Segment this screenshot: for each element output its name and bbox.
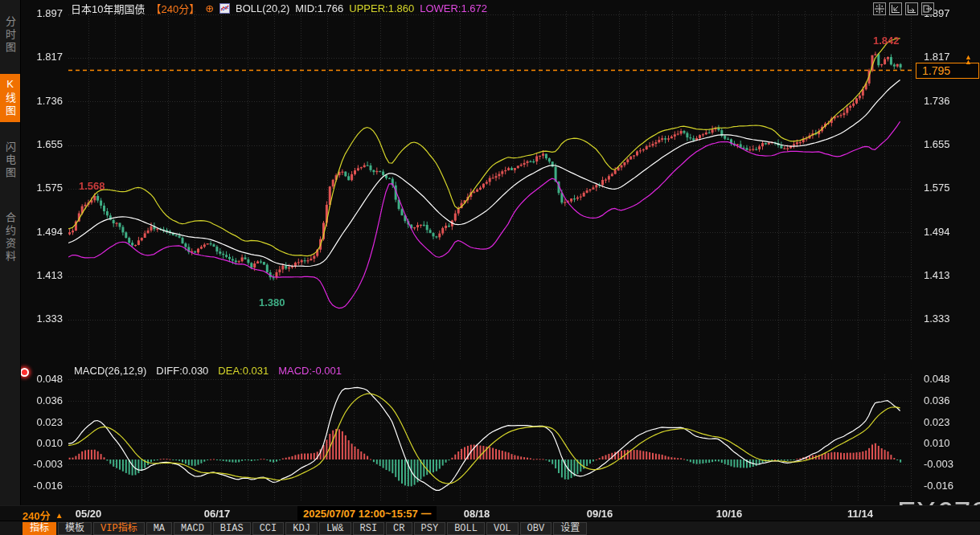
- indicator-toolbar: 指标 模板 VIP指标 MA MACD BIAS CCI KDJ LW& RSI…: [0, 521, 980, 535]
- toolbar-button-obv[interactable]: OBV: [520, 522, 552, 535]
- chart-tools: [873, 2, 934, 15]
- toolbar-button-vip-indicators[interactable]: VIP指标: [93, 522, 145, 535]
- toolbar-button-lwr[interactable]: LW&: [319, 522, 351, 535]
- chart-title-bar: 日本10年期国债 【240分】 ⊕ BOLL(20,2) MID:1.766 U…: [71, 2, 487, 15]
- macd-tick-right: 0.010: [924, 437, 972, 449]
- pan-right-icon[interactable]: [921, 2, 934, 15]
- price-tick-right: 1.655: [924, 138, 972, 150]
- toolbar-button-rsi[interactable]: RSI: [353, 522, 385, 535]
- toolbar-button-kdj[interactable]: KDJ: [285, 522, 318, 535]
- boll-upper-value: UPPER:1.860: [349, 2, 414, 14]
- price-tick-left: 1.494: [23, 226, 63, 238]
- toolbar-button-settings[interactable]: 设置: [553, 522, 587, 535]
- price-tick-left: 1.817: [23, 51, 63, 63]
- boll-lower-value: LOWER:1.672: [420, 2, 487, 14]
- toolbar-button-cci[interactable]: CCI: [252, 522, 285, 535]
- date-tick: 11/14: [847, 508, 873, 520]
- macd-tick-right: -0.003: [924, 458, 972, 470]
- price-tick-left: 1.575: [23, 182, 63, 194]
- trading-terminal: 分时图 K线图 闪电图 合约资料 日本10年期国债 【240分】 ⊕ BOLL(…: [0, 0, 980, 535]
- sidebar-tab-contract-info[interactable]: 合约资料: [0, 198, 20, 278]
- scroll-to-latest-icon[interactable]: ▲▲: [965, 55, 972, 64]
- date-axis-row: 240分 ▲ 05/20 06/17 2025/07/07 12:00~15:5…: [0, 505, 980, 521]
- indicator-chart-icon: [219, 3, 230, 14]
- sidebar-tab-lightning[interactable]: 闪电图: [0, 130, 20, 191]
- boll-mid-value: MID:1.766: [295, 2, 343, 14]
- price-tick-right: 1.575: [924, 182, 972, 194]
- crosshair-tool-icon[interactable]: [873, 2, 886, 15]
- crosshair-date-readout: 2025/07/07 12:00~15:57 一: [297, 506, 437, 521]
- toolbar-button-psy[interactable]: PSY: [414, 522, 446, 535]
- price-tick-right: 1.494: [924, 226, 972, 238]
- macd-header: MACD(26,12,9) DIFF:0.030 DEA:0.031 MACD:…: [74, 365, 342, 377]
- macd-tick-right: 0.048: [924, 373, 972, 385]
- price-tick-left: 1.736: [23, 95, 63, 107]
- kline-chart-canvas[interactable]: [0, 0, 980, 535]
- macd-diff-value: DIFF:0.030: [156, 365, 208, 377]
- zoom-out-axis-icon[interactable]: [889, 2, 902, 15]
- boll-params: BOLL(20,2): [236, 2, 289, 14]
- macd-tick-right: 0.036: [924, 394, 972, 406]
- macd-formula: MACD(26,12,9): [74, 365, 146, 377]
- macd-tick-left: -0.003: [23, 458, 63, 470]
- sidebar-tab-timeshare[interactable]: 分时图: [0, 5, 20, 66]
- toolbar-button-vol[interactable]: VOL: [486, 522, 519, 535]
- circle-plus-icon[interactable]: ⊕: [205, 2, 214, 14]
- date-tick: 09/16: [587, 508, 613, 520]
- toolbar-button-bias[interactable]: BIAS: [213, 522, 251, 535]
- price-tick-right: 1.736: [924, 95, 972, 107]
- date-tick: 05/20: [76, 508, 102, 520]
- price-tick-left: 1.333: [23, 312, 63, 325]
- date-tick: 08/18: [464, 508, 490, 520]
- toolbar-button-templates[interactable]: 模板: [58, 522, 92, 535]
- chart-mode-sidebar: 分时图 K线图 闪电图 合约资料: [0, 0, 21, 505]
- macd-tick-right: -0.016: [924, 480, 972, 492]
- date-tick: 10/16: [716, 508, 743, 520]
- macd-dea-value: DEA:0.031: [218, 365, 269, 377]
- annotation-late-high: 1.842: [873, 35, 900, 47]
- macd-hist-value: MACD:-0.001: [278, 365, 342, 377]
- price-tick-left: 1.897: [23, 7, 63, 19]
- price-tick-left: 1.413: [23, 269, 63, 281]
- price-tick-left: 1.655: [23, 138, 63, 150]
- macd-tick-left: 0.048: [23, 373, 63, 385]
- sidebar-tab-kline[interactable]: K线图: [0, 74, 20, 122]
- macd-tick-left: 0.036: [23, 394, 63, 406]
- date-tick: 06/17: [204, 508, 231, 520]
- price-tick-right: 1.413: [924, 269, 972, 281]
- toolbar-button-indicators[interactable]: 指标: [23, 522, 56, 535]
- toolbar-button-ma[interactable]: MA: [146, 522, 172, 535]
- macd-tick-left: 0.010: [23, 437, 63, 449]
- toolbar-button-cr[interactable]: CR: [386, 522, 412, 535]
- annotation-early-high: 1.568: [79, 180, 105, 192]
- toolbar-button-macd[interactable]: MACD: [174, 522, 211, 535]
- zoom-in-axis-icon[interactable]: [905, 2, 918, 15]
- toolbar-button-boll[interactable]: BOLL: [447, 522, 485, 535]
- macd-tick-right: 0.023: [924, 416, 972, 428]
- annotation-low: 1.380: [259, 296, 285, 308]
- macd-tick-left: -0.016: [23, 480, 63, 492]
- price-tick-right: 1.333: [924, 312, 972, 325]
- period-badge: 【240分】: [150, 1, 199, 16]
- dropdown-up-icon: ▲: [55, 511, 64, 520]
- macd-tick-left: 0.023: [23, 416, 63, 428]
- instrument-title: 日本10年期国债: [71, 1, 145, 16]
